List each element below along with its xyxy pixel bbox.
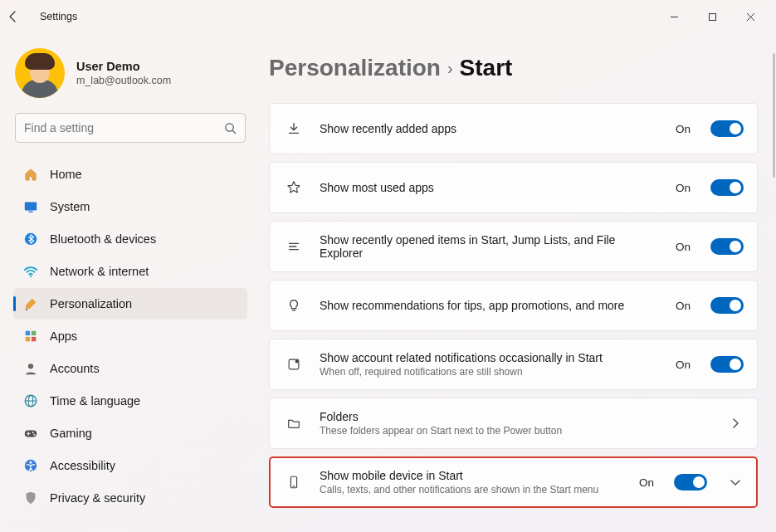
settings-list: Show recently added appsOnShow most used… (269, 103, 758, 508)
sidebar-item-bluetooth[interactable]: Bluetooth & devices (13, 223, 247, 255)
search-icon (224, 122, 237, 134)
setting-mobile[interactable]: Show mobile device in StartCalls, texts,… (269, 456, 758, 508)
svg-point-18 (33, 434, 35, 436)
toggle-state-label: On (676, 182, 691, 194)
setting-subtitle: Calls, texts, and other notifications ar… (320, 484, 624, 495)
toggle-state-label: On (676, 300, 691, 312)
sidebar-item-gaming[interactable]: Gaming (13, 417, 247, 449)
setting-text: FoldersThese folders appear on Start nex… (320, 410, 707, 437)
setting-recent-items[interactable]: Show recently opened items in Start, Jum… (269, 221, 758, 272)
svg-rect-11 (32, 337, 36, 341)
search-box[interactable] (15, 113, 246, 143)
setting-title: Show mobile device in Start (320, 469, 624, 482)
svg-rect-8 (26, 331, 30, 335)
lines-icon (283, 239, 305, 254)
window-controls (655, 3, 769, 30)
svg-point-17 (32, 432, 34, 433)
svg-rect-1 (709, 13, 715, 20)
toggle-switch[interactable] (710, 297, 744, 314)
search-input[interactable] (24, 121, 224, 134)
window-title: Settings (40, 11, 77, 22)
system-icon (23, 199, 38, 214)
brush-icon (23, 296, 38, 311)
toggle-state-label: On (676, 241, 691, 253)
person-icon (23, 361, 38, 376)
setting-title: Folders (320, 410, 707, 423)
setting-title: Show account related notifications occas… (320, 351, 661, 364)
toggle-state-label: On (676, 359, 691, 371)
wifi-icon (23, 264, 38, 279)
setting-recently-added[interactable]: Show recently added appsOn (269, 103, 758, 154)
toggle-switch[interactable] (710, 238, 744, 255)
home-icon (23, 167, 38, 182)
main-content: Personalization › Start Show recently ad… (257, 33, 776, 532)
apps-icon (23, 329, 38, 344)
nav-list: HomeSystemBluetooth & devicesNetwork & i… (12, 158, 249, 532)
toggle-switch[interactable] (710, 356, 744, 373)
sidebar-item-accounts[interactable]: Accounts (13, 353, 247, 384)
back-button[interactable] (7, 10, 35, 23)
sidebar-item-label: Accounts (50, 362, 100, 375)
chevron-right-icon (730, 418, 744, 428)
profile-card[interactable]: User Demo m_lab@outlook.com (15, 48, 246, 98)
sidebar-item-apps[interactable]: Apps (13, 320, 247, 352)
toggle-switch[interactable] (674, 474, 707, 491)
user-email: m_lab@outlook.com (76, 75, 171, 86)
gamepad-icon (23, 426, 38, 441)
avatar (15, 48, 65, 98)
setting-title: Show most used apps (320, 181, 661, 194)
sidebar-item-label: Time & language (50, 394, 140, 408)
minimize-button[interactable] (655, 3, 693, 30)
toggle-switch[interactable] (710, 179, 744, 196)
maximize-button[interactable] (693, 3, 731, 30)
svg-point-7 (30, 276, 32, 277)
svg-line-3 (232, 130, 235, 133)
accessibility-icon (23, 458, 38, 473)
breadcrumb-parent[interactable]: Personalization (269, 55, 441, 81)
sidebar-item-personalization[interactable]: Personalization (13, 288, 247, 320)
sidebar-item-label: Privacy & security (50, 491, 145, 505)
sidebar-item-home[interactable]: Home (13, 159, 247, 190)
sidebar-item-accessibility[interactable]: Accessibility (13, 450, 247, 481)
sidebar-item-label: Network & internet (50, 265, 149, 278)
scrollbar[interactable] (773, 50, 775, 531)
setting-recommendations[interactable]: Show recommendations for tips, app promo… (269, 280, 758, 331)
badge-icon (283, 357, 305, 372)
setting-most-used[interactable]: Show most used appsOn (269, 162, 758, 213)
sidebar-item-privacy[interactable]: Privacy & security (13, 482, 247, 514)
titlebar: Settings (0, 0, 776, 33)
shield-icon (23, 491, 38, 505)
setting-folders[interactable]: FoldersThese folders appear on Start nex… (269, 398, 758, 449)
globe-icon (23, 393, 38, 408)
sidebar-item-time[interactable]: Time & language (13, 385, 247, 417)
setting-account-notifs[interactable]: Show account related notifications occas… (269, 339, 758, 390)
sidebar-item-label: System (50, 200, 90, 213)
sidebar-item-label: Gaming (50, 427, 92, 440)
setting-subtitle: When off, required notifications are sti… (320, 366, 661, 378)
svg-point-20 (30, 461, 32, 464)
sidebar-item-label: Bluetooth & devices (50, 232, 156, 246)
user-name: User Demo (76, 60, 171, 73)
setting-text: Show recommendations for tips, app promo… (320, 299, 661, 312)
folder-icon (283, 416, 305, 431)
bluetooth-icon (23, 232, 38, 246)
sidebar-item-label: Personalization (50, 297, 132, 310)
breadcrumb-separator-icon: › (447, 59, 453, 78)
svg-rect-10 (26, 337, 30, 341)
setting-text: Show most used apps (320, 181, 661, 194)
toggle-state-label: On (676, 123, 691, 135)
chevron-down-icon[interactable] (730, 477, 744, 487)
setting-text: Show recently added apps (320, 122, 661, 135)
sidebar: User Demo m_lab@outlook.com HomeSystemBl… (0, 33, 257, 532)
svg-rect-9 (32, 331, 36, 335)
sidebar-item-system[interactable]: System (13, 191, 247, 222)
phone-icon (283, 475, 305, 490)
setting-title: Show recently opened items in Start, Jum… (320, 233, 661, 260)
sidebar-item-label: Apps (50, 329, 77, 343)
close-button[interactable] (731, 3, 769, 30)
svg-point-23 (295, 359, 299, 363)
setting-text: Show mobile device in StartCalls, texts,… (320, 469, 624, 495)
sidebar-item-network[interactable]: Network & internet (13, 256, 247, 287)
toggle-switch[interactable] (710, 120, 744, 137)
svg-point-2 (226, 123, 233, 130)
